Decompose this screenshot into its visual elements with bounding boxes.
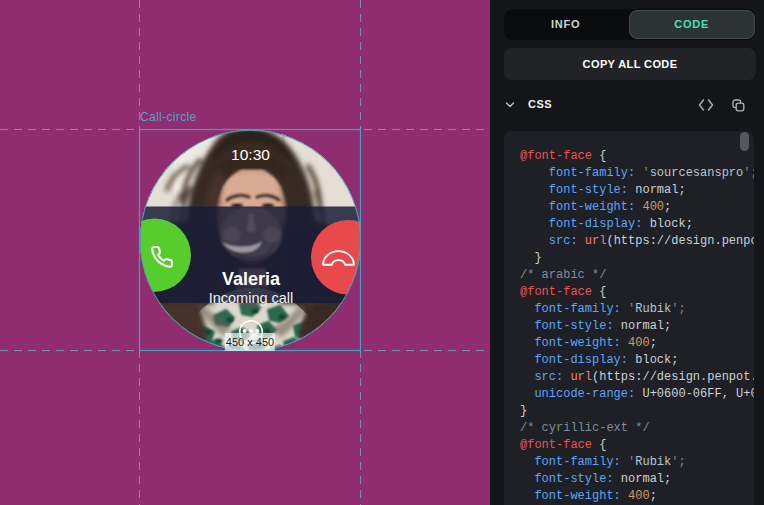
svg-text:10:30: 10:30 <box>231 145 270 162</box>
svg-text:Valeria: Valeria <box>221 269 280 289</box>
svg-text:Incoming call: Incoming call <box>208 290 293 306</box>
